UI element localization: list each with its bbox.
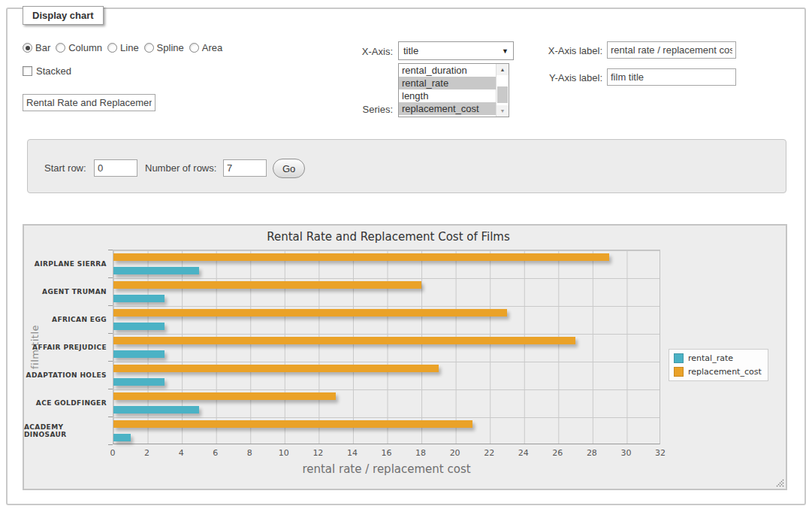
rental_rate-bar: [113, 323, 165, 330]
y-tick-mark: [108, 277, 113, 278]
series-option-length[interactable]: length: [399, 89, 496, 102]
start-row-input[interactable]: [94, 159, 137, 177]
x-tick-label: 28: [579, 448, 605, 458]
rental_rate-bar: [113, 267, 199, 274]
x-tick-label: 14: [340, 448, 365, 458]
replacement_cost-bar: [113, 392, 336, 400]
series-option-replacement_cost[interactable]: replacement_cost: [399, 102, 496, 115]
replacement_cost-bar: [113, 337, 575, 344]
scroll-down-icon[interactable]: ▼: [497, 105, 509, 117]
plot-area: [113, 250, 660, 444]
series-scrollbar[interactable]: ▲ ▼: [496, 64, 509, 117]
series-select-label: Series:: [315, 104, 393, 115]
y-tick-mark: [108, 444, 113, 445]
legend-entry-rental_rate: rental_rate: [674, 353, 762, 363]
x-tick-label: 24: [511, 448, 536, 458]
radio-selected-dot: [26, 46, 30, 50]
x-axis-select-label: X-Axis:: [315, 46, 393, 57]
series-multiselect[interactable]: rental_durationrental_ratelengthreplacem…: [398, 63, 509, 117]
x-axis-select[interactable]: title ▼: [398, 41, 514, 60]
stacked-checkbox[interactable]: [23, 66, 32, 76]
replacement_cost-bar: [113, 365, 439, 372]
x-tick-label: 22: [476, 448, 502, 458]
chart-type-radio-line[interactable]: Line: [107, 42, 139, 53]
y-tick-mark: [108, 333, 113, 334]
stacked-checkbox-row[interactable]: Stacked: [23, 65, 71, 77]
rental_rate-bar: [113, 295, 165, 302]
rental_rate-bar: [113, 378, 165, 386]
y-category-label: AFRICAN EGG: [24, 305, 107, 333]
y-tick-mark: [108, 417, 113, 417]
radio-icon[interactable]: [189, 43, 199, 53]
rental_rate-bar: [113, 350, 165, 358]
legend-entry-replacement_cost: replacement_cost: [674, 367, 762, 377]
replacement_cost-bar: [113, 420, 472, 428]
chart-type-radio-area[interactable]: Area: [189, 42, 222, 53]
start-row-label: Start row:: [44, 162, 86, 174]
chart-type-radio-column[interactable]: Column: [56, 42, 102, 53]
x-axis-label-caption: X-Axis label:: [526, 45, 602, 56]
x-tick-label: 16: [374, 448, 400, 458]
x-tick-label: 18: [408, 448, 433, 458]
chart-type-label: Spline: [157, 42, 184, 53]
x-tick-label: 0: [100, 448, 125, 458]
replacement_cost-bar: [113, 281, 421, 289]
chart-type-label: Line: [120, 42, 139, 53]
chart-type-radio-spline[interactable]: Spline: [144, 42, 184, 53]
number-of-rows-label: Number of rows:: [145, 162, 216, 174]
chart-type-radio-group: BarColumnLineSplineArea: [23, 42, 222, 53]
replacement_cost-bar: [113, 253, 609, 261]
fieldset-legend: Display chart: [23, 6, 104, 25]
y-category-label: AIRPLANE SIERRA: [24, 250, 107, 277]
x-tick-label: 12: [305, 448, 331, 458]
scrollbar-thumb[interactable]: [497, 86, 508, 103]
scroll-up-icon[interactable]: ▲: [497, 64, 509, 75]
x-tick-label: 4: [168, 448, 194, 458]
y-tick-mark: [108, 361, 113, 362]
x-tick-label: 30: [613, 448, 638, 458]
series-options: rental_durationrental_ratelengthreplacem…: [399, 64, 496, 117]
x-axis-title: rental rate / replacement cost: [113, 462, 660, 476]
x-axis-label-input[interactable]: [607, 41, 736, 59]
page: Display chart BarColumnLineSplineArea St…: [0, 0, 812, 512]
go-button[interactable]: Go: [273, 159, 305, 178]
radio-icon[interactable]: [144, 43, 154, 53]
row-controls-panel: Start row: Number of rows: Go: [27, 139, 786, 193]
y-axis-label-caption: Y-Axis label:: [526, 72, 602, 83]
radio-icon[interactable]: [23, 43, 32, 53]
radio-icon[interactable]: [107, 43, 117, 53]
y-category-label: AFFAIR PREJUDICE: [24, 333, 107, 361]
y-axis-label-input[interactable]: [607, 68, 736, 86]
chart-title-input[interactable]: [23, 94, 155, 111]
chart-title: Rental Rate and Replacement Cost of Film…: [24, 230, 753, 244]
stacked-label: Stacked: [36, 65, 71, 77]
x-axis-selected-value: title: [403, 45, 418, 56]
x-tick-label: 26: [545, 448, 570, 458]
chart-container: Rental Rate and Replacement Cost of Film…: [23, 224, 787, 490]
x-tick-label: 8: [237, 448, 262, 458]
series-option-rental_duration[interactable]: rental_duration: [399, 64, 496, 77]
replacement_cost-bar: [113, 309, 507, 317]
y-tick-mark: [108, 389, 113, 389]
chart-type-label: Bar: [35, 42, 50, 53]
series-option-rental_rate[interactable]: rental_rate: [399, 77, 496, 89]
legend-swatch: [674, 353, 684, 363]
chart-legend: rental_ratereplacement_cost: [669, 349, 768, 381]
x-tick-label: 32: [647, 448, 673, 458]
y-tick-mark: [108, 305, 113, 306]
chevron-down-icon: ▼: [502, 47, 509, 55]
radio-icon[interactable]: [56, 43, 65, 53]
legend-swatch: [674, 367, 684, 377]
y-category-label: ACADEMY DINOSAUR: [24, 417, 107, 444]
x-tick-label: 6: [203, 448, 228, 458]
number-of-rows-input[interactable]: [223, 159, 267, 177]
y-category-label: ADAPTATION HOLES: [24, 361, 107, 389]
chart-type-radio-bar[interactable]: Bar: [23, 42, 50, 53]
chart-type-label: Column: [68, 42, 102, 53]
x-tick-label: 10: [271, 448, 297, 458]
legend-label: replacement_cost: [688, 367, 762, 377]
resize-grip-icon[interactable]: [775, 478, 784, 487]
x-tick-label: 20: [442, 448, 468, 458]
y-tick-mark: [108, 250, 113, 250]
y-category-label: AGENT TRUMAN: [24, 277, 107, 305]
